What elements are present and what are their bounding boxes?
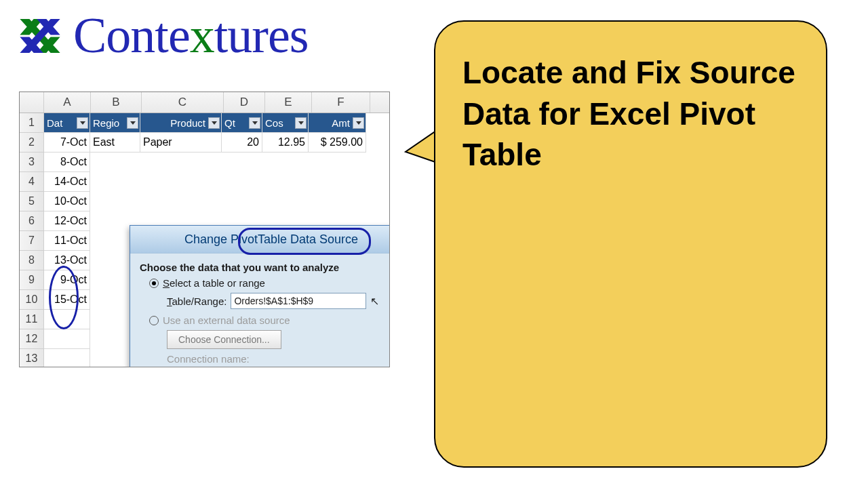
cell[interactable] bbox=[44, 329, 90, 349]
filter-dropdown-icon[interactable] bbox=[295, 117, 307, 129]
table-range-input[interactable]: Orders!$A$1:$H$9 bbox=[231, 293, 366, 309]
header-cell[interactable]: Amt bbox=[309, 113, 366, 133]
cell[interactable]: 12-Oct bbox=[44, 211, 90, 231]
table-header-row: 1 Dat Regio Product Qt Cos Amt bbox=[20, 113, 389, 133]
row-number[interactable]: 7 bbox=[20, 231, 44, 251]
table-range-row: Table/Range: Orders!$A$1:$H$9 ↖ bbox=[167, 293, 390, 309]
row-number[interactable]: 11 bbox=[20, 310, 44, 329]
filter-dropdown-icon[interactable] bbox=[77, 117, 88, 129]
cell[interactable]: 14-Oct bbox=[44, 172, 90, 192]
filter-dropdown-icon[interactable] bbox=[208, 117, 220, 129]
col-letter[interactable]: E bbox=[265, 92, 312, 113]
brand-logo: Contextures bbox=[14, 7, 309, 64]
cell[interactable]: 7-Oct bbox=[44, 133, 90, 152]
cell[interactable] bbox=[44, 349, 90, 367]
option-select-range[interactable]: SSelect a table or rangeelect a table or… bbox=[149, 277, 390, 289]
radio-icon bbox=[149, 316, 159, 325]
table-row: 510-Oct bbox=[20, 192, 389, 211]
row-number[interactable]: 4 bbox=[20, 172, 44, 192]
brand-title: Contextures bbox=[73, 7, 309, 64]
filter-dropdown-icon[interactable] bbox=[353, 117, 364, 129]
row-number[interactable]: 2 bbox=[20, 133, 44, 152]
callout-text: Locate and Fix Source Data for Excel Piv… bbox=[462, 52, 799, 176]
cell[interactable]: 12.95 bbox=[262, 133, 309, 152]
cell[interactable]: 13-Oct bbox=[44, 251, 90, 270]
row-number[interactable]: 12 bbox=[20, 329, 44, 349]
excel-thumbnail: A B C D E F 1 Dat Regio Product Qt Cos A… bbox=[19, 92, 390, 367]
row-number[interactable]: 8 bbox=[20, 251, 44, 270]
cell[interactable]: 15-Oct bbox=[44, 290, 90, 310]
header-cell[interactable]: Dat bbox=[44, 113, 90, 133]
header-cell[interactable]: Product bbox=[140, 113, 222, 133]
table-row: 2 7-Oct East Paper 20 12.95 $ 259.00 bbox=[20, 133, 389, 152]
col-letter[interactable]: B bbox=[91, 92, 142, 113]
change-data-source-dialog: Change PivotTable Data Source Choose the… bbox=[130, 225, 390, 367]
header-cell[interactable]: Cos bbox=[262, 113, 309, 133]
option-label: SSelect a table or rangeelect a table or… bbox=[163, 277, 265, 289]
option-label: Use an external data source bbox=[163, 314, 290, 326]
radio-icon bbox=[149, 279, 159, 288]
select-all-cell[interactable] bbox=[20, 92, 44, 113]
table-range-label: Table/Range: bbox=[167, 296, 226, 307]
col-letter[interactable]: A bbox=[44, 92, 91, 113]
cell[interactable]: 11-Oct bbox=[44, 231, 90, 251]
cell[interactable]: Paper bbox=[140, 133, 222, 152]
row-number[interactable]: 5 bbox=[20, 192, 44, 211]
header-cell[interactable]: Qt bbox=[222, 113, 262, 133]
cell[interactable]: 9-Oct bbox=[44, 270, 90, 290]
col-letter[interactable]: D bbox=[224, 92, 265, 113]
filter-dropdown-icon[interactable] bbox=[127, 117, 138, 129]
cell[interactable] bbox=[44, 310, 90, 329]
cursor-icon: ↖ bbox=[370, 295, 379, 308]
hatch-icon bbox=[14, 9, 66, 62]
row-number[interactable]: 9 bbox=[20, 270, 44, 290]
row-number[interactable]: 1 bbox=[20, 113, 44, 133]
cell[interactable]: East bbox=[90, 133, 140, 152]
cell[interactable]: 20 bbox=[222, 133, 262, 152]
choose-connection-button: Choose Connection... bbox=[167, 330, 281, 349]
cell[interactable]: $ 259.00 bbox=[309, 133, 366, 152]
row-number[interactable]: 6 bbox=[20, 211, 44, 231]
header-cell[interactable]: Regio bbox=[90, 113, 140, 133]
callout-bubble: Locate and Fix Source Data for Excel Piv… bbox=[434, 20, 827, 468]
col-letter[interactable]: F bbox=[312, 92, 370, 113]
table-row: 414-Oct bbox=[20, 172, 389, 192]
row-number[interactable]: 3 bbox=[20, 152, 44, 172]
col-letter[interactable]: C bbox=[142, 92, 224, 113]
connection-name-label: Connection name: bbox=[167, 353, 390, 365]
dialog-title: Change PivotTable Data Source bbox=[130, 226, 390, 253]
dialog-prompt: Choose the data that you want to analyze bbox=[140, 262, 390, 273]
row-number[interactable]: 10 bbox=[20, 290, 44, 310]
table-row: 38-Oct bbox=[20, 152, 389, 172]
column-header-row: A B C D E F bbox=[20, 92, 389, 113]
cell[interactable]: 8-Oct bbox=[44, 152, 90, 172]
cell[interactable]: 10-Oct bbox=[44, 192, 90, 211]
row-number[interactable]: 13 bbox=[20, 349, 44, 367]
option-external-source: Use an external data source bbox=[149, 314, 390, 326]
filter-dropdown-icon[interactable] bbox=[249, 117, 260, 129]
